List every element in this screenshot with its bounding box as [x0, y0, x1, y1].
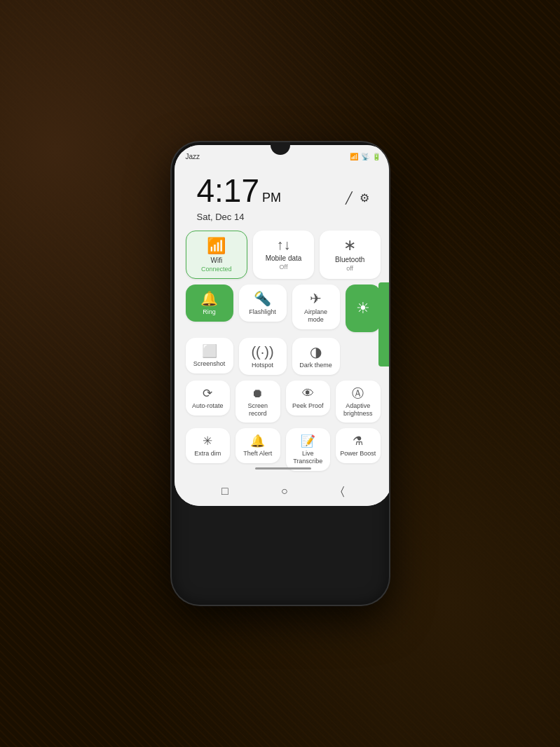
mobile-data-sublabel: Off — [280, 263, 288, 270]
wifi-sublabel: Connected — [201, 266, 232, 273]
status-icons: 📶 📡 🔋 — [350, 153, 381, 160]
qs-row-4: ⟳ Auto-rotate ⏺ Screen record 👁 Peek Pro… — [186, 381, 381, 423]
adaptive-brightness-label: Adaptive brightness — [340, 402, 376, 418]
screen-record-tile[interactable]: ⏺ Screen record — [235, 381, 280, 423]
hotspot-label: Hotspot — [252, 362, 273, 369]
brightness-tile[interactable]: ☀ — [346, 285, 381, 332]
bluetooth-icon: ∗ — [343, 238, 356, 253]
flashlight-icon: 🔦 — [254, 292, 271, 306]
hotspot-tile[interactable]: ((·)) Hotspot — [239, 338, 287, 375]
airplane-tile[interactable]: ✈ Airplane mode — [292, 285, 340, 329]
dark-theme-tile[interactable]: ◑ Dark theme — [292, 338, 340, 375]
settings-icon[interactable]: ⚙ — [360, 191, 369, 205]
ring-tile[interactable]: 🔔 Ring — [186, 285, 233, 322]
time-action-icons: ╱ ⚙ — [346, 191, 369, 210]
edit-icon[interactable]: ╱ — [346, 191, 353, 205]
qs-row-5: ✳ Extra dim 🔔 Theft Alert 📝 Live Transcr… — [186, 428, 381, 471]
screen-record-label: Screen record — [240, 402, 276, 418]
wifi-tile[interactable]: 📶 Wifi Connected — [186, 231, 248, 279]
nav-handle — [255, 467, 311, 470]
wifi-status-icon: 📶 — [350, 153, 358, 160]
wifi-label: Wifi — [211, 256, 223, 264]
live-transcribe-icon: 📝 — [301, 435, 315, 447]
power-boost-icon: ⚗ — [353, 435, 363, 447]
peek-proof-label: Peek Proof — [292, 402, 324, 410]
screen: Jazz 📶 📡 🔋 4:17 PM — [175, 145, 389, 506]
airplane-icon: ✈ — [310, 292, 322, 306]
bluetooth-label: Bluetooth — [335, 256, 364, 263]
nav-recent-icon[interactable]: □ — [221, 485, 228, 498]
auto-rotate-icon: ⟳ — [203, 388, 212, 399]
live-transcribe-tile[interactable]: 📝 Live Transcribe — [286, 428, 331, 471]
time-left: 4:17 PM — [197, 174, 282, 207]
phone-frame: Jazz 📶 📡 🔋 4:17 PM — [172, 142, 389, 605]
date-label: Sat, Dec 14 — [197, 212, 369, 222]
hotspot-icon: ((·)) — [251, 345, 273, 359]
bluetooth-sublabel: off — [346, 265, 353, 272]
time-row: 4:17 PM ╱ ⚙ — [197, 174, 369, 210]
mobile-data-icon: ↑↓ — [277, 238, 291, 252]
bluetooth-tile[interactable]: ∗ Bluetooth off — [320, 231, 381, 279]
battery-status-icon: 🔋 — [372, 153, 381, 160]
time-section: 4:17 PM ╱ ⚙ Sat, Dec 14 — [186, 170, 381, 222]
signal-status-icon: 📡 — [361, 153, 369, 160]
extra-dim-tile[interactable]: ✳ Extra dim — [186, 428, 231, 463]
ring-icon: 🔔 — [200, 292, 218, 306]
nav-back-icon[interactable]: 〈 — [341, 485, 344, 498]
power-boost-label: Power Boost — [340, 450, 376, 458]
screenshot-icon: ⬜ — [202, 345, 217, 357]
green-side-element — [378, 282, 389, 366]
auto-rotate-label: Auto-rotate — [192, 402, 224, 410]
main-content: 4:17 PM ╱ ⚙ Sat, Dec 14 — [175, 165, 389, 479]
extra-dim-label: Extra dim — [194, 450, 221, 458]
quick-settings-grid: 📶 Wifi Connected ↑↓ Mobile data Off ∗ — [186, 231, 381, 471]
wifi-icon: 📶 — [207, 238, 226, 254]
brightness-icon: ☀ — [356, 299, 370, 317]
screenshot-label: Screenshot — [193, 360, 226, 368]
carrier-label: Jazz — [186, 153, 200, 160]
theft-alert-tile[interactable]: 🔔 Theft Alert — [235, 428, 280, 463]
status-bar: Jazz 📶 📡 🔋 — [175, 145, 389, 165]
nav-bar: □ ○ 〈 — [175, 479, 389, 506]
extra-dim-icon: ✳ — [203, 435, 212, 447]
phone-wrapper: Jazz 📶 📡 🔋 4:17 PM — [172, 142, 389, 605]
dark-theme-icon: ◑ — [310, 345, 322, 359]
power-boost-tile[interactable]: ⚗ Power Boost — [336, 428, 381, 463]
flashlight-label: Flashlight — [249, 308, 276, 316]
adaptive-brightness-icon: Ⓐ — [352, 388, 364, 399]
qs-row-1: 📶 Wifi Connected ↑↓ Mobile data Off ∗ — [186, 231, 381, 279]
clock-ampm: PM — [262, 191, 281, 205]
clock-time: 4:17 — [197, 174, 260, 207]
live-transcribe-label: Live Transcribe — [290, 450, 327, 465]
peek-proof-tile[interactable]: 👁 Peek Proof — [286, 381, 331, 416]
dark-theme-label: Dark theme — [299, 362, 332, 369]
theft-alert-label: Theft Alert — [243, 450, 272, 458]
qs-row-2: 🔔 Ring 🔦 Flashlight ✈ Airplane mode — [186, 285, 381, 332]
nav-home-icon[interactable]: ○ — [281, 485, 288, 498]
mobile-data-tile[interactable]: ↑↓ Mobile data Off — [253, 231, 314, 279]
qs-row-3: ⬜ Screenshot ((·)) Hotspot ◑ Dark theme — [186, 338, 381, 375]
auto-rotate-tile[interactable]: ⟳ Auto-rotate — [186, 381, 231, 416]
mobile-data-label: Mobile data — [266, 254, 302, 262]
airplane-label: Airplane mode — [296, 308, 336, 324]
adaptive-brightness-tile[interactable]: Ⓐ Adaptive brightness — [336, 381, 381, 423]
peek-proof-icon: 👁 — [302, 388, 314, 399]
screen-record-icon: ⏺ — [252, 388, 264, 399]
screenshot-tile[interactable]: ⬜ Screenshot — [186, 338, 233, 374]
theft-alert-icon: 🔔 — [250, 435, 265, 447]
ring-label: Ring — [203, 308, 216, 316]
flashlight-tile[interactable]: 🔦 Flashlight — [239, 285, 287, 322]
